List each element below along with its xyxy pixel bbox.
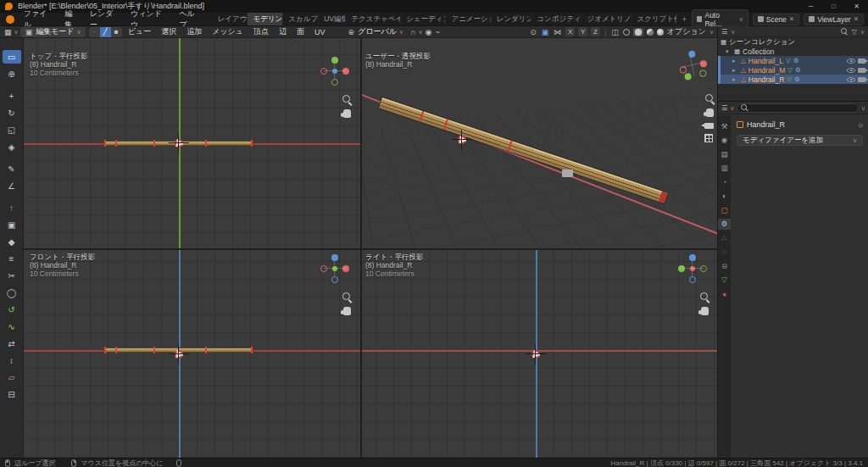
axis-y-neg[interactable] <box>700 265 707 272</box>
search-icon[interactable] <box>841 28 849 36</box>
viewport-user[interactable]: ユーザー・透視投影 (8) Handrail_R <box>362 38 717 248</box>
tab-particles[interactable]: ∴ <box>718 232 731 243</box>
axis-x-pos[interactable] <box>342 265 349 272</box>
tool-rip-region[interactable]: ⊟ <box>3 387 21 401</box>
shading-material-icon[interactable] <box>647 29 654 36</box>
workspace-tab-uv[interactable]: UV編集 <box>319 13 346 25</box>
tool-spin[interactable]: ↺ <box>3 303 21 316</box>
unlink-scene-icon[interactable]: ✕ <box>789 15 794 23</box>
tool-rotate[interactable]: ↻ <box>3 106 21 120</box>
menu-edge[interactable]: 辺 <box>275 26 291 37</box>
menu-help[interactable]: ヘルプ <box>174 13 207 25</box>
mirror-y-toggle[interactable]: Y <box>578 27 587 36</box>
tab-constraints[interactable]: ⊝ <box>718 260 731 271</box>
pan-hand-icon[interactable] <box>343 109 351 118</box>
outliner-row-collection[interactable]: ▾ ▦ Collection <box>718 47 868 56</box>
tab-tool[interactable]: ⚒ <box>718 120 731 131</box>
tool-knife[interactable]: ✂ <box>3 269 21 282</box>
tool-inset-faces[interactable]: ▣ <box>3 218 21 231</box>
tool-shrink-fatten[interactable]: ↕ <box>3 353 21 367</box>
axis-z-neg[interactable] <box>689 276 696 283</box>
face-select-button[interactable]: ■ <box>111 27 122 37</box>
workspace-tab-layout[interactable]: レイアウト <box>213 13 248 25</box>
tool-move[interactable]: + <box>3 89 21 103</box>
navigation-gizmo[interactable] <box>320 254 349 283</box>
workspace-tab-rendering[interactable]: レンダリング <box>492 13 532 25</box>
workspace-tab-compositing[interactable]: コンポジティング <box>531 13 581 25</box>
tab-render[interactable]: ◉ <box>718 135 731 146</box>
hide-eye-icon[interactable] <box>847 58 855 64</box>
render-visibility-icon[interactable] <box>858 77 865 82</box>
navigation-gizmo[interactable] <box>678 254 707 283</box>
workspace-tab-modeling[interactable]: モデリング <box>248 13 283 25</box>
shading-solid-active[interactable] <box>633 28 643 36</box>
axis-y[interactable] <box>332 266 337 271</box>
add-workspace-button[interactable]: + <box>677 15 692 24</box>
viewport-top[interactable]: トップ・平行投影 (8) Handrail_R 10 Centimeters <box>24 38 360 248</box>
mirror-icon[interactable]: ⋈ <box>553 28 562 36</box>
orientation-dropdown[interactable]: ⊕ グローバル ∨ <box>342 27 408 37</box>
axis-x-neg[interactable] <box>320 68 327 75</box>
editor-type-icon[interactable]: ▦ <box>3 28 13 36</box>
tab-output[interactable]: ▤ <box>718 148 731 159</box>
properties-search[interactable] <box>737 103 859 113</box>
workspace-tab-animation[interactable]: アニメーション <box>446 13 491 25</box>
render-visibility-icon[interactable] <box>858 68 865 73</box>
axis-z-pos[interactable] <box>688 50 696 58</box>
menu-file[interactable]: ファイル <box>19 13 59 25</box>
expand-arrow-icon[interactable]: ▾ <box>726 48 732 55</box>
unlink-viewlayer-icon[interactable]: ✕ <box>854 15 859 23</box>
expand-arrow-icon[interactable]: ▸ <box>732 58 738 64</box>
workspace-tab-sculpt[interactable]: スカルプト <box>283 13 319 25</box>
menu-uv[interactable]: UV <box>310 28 330 36</box>
add-modifier-button[interactable]: モディファイアーを追加 ∨ <box>737 135 863 146</box>
viewport-right[interactable]: ライト・平行投影 (8) Handrail_R 10 Centimeters <box>362 250 717 458</box>
tool-smooth[interactable]: ∿ <box>3 320 21 333</box>
axis-x-pos[interactable] <box>699 60 707 68</box>
menu-view[interactable]: ビュー <box>124 26 155 37</box>
outliner-row-handrail-m[interactable]: ▸ △ Handrail_M ▽ ⚙ <box>718 65 868 75</box>
expand-arrow-icon[interactable]: ▸ <box>732 76 738 83</box>
axis-z-pos[interactable] <box>331 254 338 261</box>
pan-hand-icon[interactable] <box>701 307 709 315</box>
zoom-icon[interactable] <box>342 95 353 105</box>
xray-toggle-icon[interactable]: ◫ <box>610 28 620 36</box>
tab-modifiers[interactable]: ⚙ <box>718 219 731 230</box>
tool-measure[interactable]: ∠ <box>3 179 21 192</box>
menu-face[interactable]: 面 <box>292 26 309 37</box>
menu-vertex[interactable]: 頂点 <box>249 26 273 37</box>
tab-world[interactable]: ◐ <box>718 191 731 202</box>
tab-object-data[interactable]: ▽ <box>718 275 731 286</box>
tab-material[interactable]: ● <box>718 288 731 299</box>
falloff-curve-icon[interactable]: ~ <box>434 28 440 36</box>
camera-view-icon[interactable] <box>704 123 714 129</box>
axis-z-neg[interactable] <box>331 276 338 283</box>
tab-object[interactable]: ▢ <box>718 204 731 215</box>
tab-view-layer[interactable]: ▥ <box>718 163 731 174</box>
axis-x-neg[interactable] <box>320 265 327 272</box>
gizmo-toggle-icon[interactable]: ⊙ <box>529 28 537 36</box>
viewlayer-selector[interactable]: ViewLayer ✕ <box>804 14 864 25</box>
workspace-tab-texture-paint[interactable]: テクスチャペイント <box>346 13 401 25</box>
outliner-row-handrail-l[interactable]: ▸ △ Handrail_L ▽ ⚙ <box>718 56 868 65</box>
mirror-z-toggle[interactable]: Z <box>591 27 600 36</box>
render-visibility-icon[interactable] <box>858 58 865 64</box>
tab-scene[interactable]: ◔ <box>718 176 731 187</box>
tool-extrude-region[interactable]: ↑ <box>3 201 21 214</box>
outliner-editor-icon[interactable]: ☰ <box>721 28 727 36</box>
menu-window[interactable]: ウィンドウ <box>125 13 174 25</box>
tool-edge-slide[interactable]: ⇄ <box>3 336 21 350</box>
workspace-tab-scripting[interactable]: スクリプト作成 <box>632 13 677 25</box>
menu-add[interactable]: 追加 <box>182 26 206 37</box>
snap-magnet-icon[interactable]: ∩ <box>409 28 416 36</box>
axis-y-pos[interactable] <box>331 57 338 64</box>
menu-render[interactable]: レンダー <box>85 13 125 25</box>
shading-wireframe-icon[interactable] <box>623 29 630 36</box>
scene-selector[interactable]: Scene ✕ <box>753 14 799 25</box>
ortho-toggle-icon[interactable] <box>704 134 713 142</box>
tool-cursor[interactable]: ⊕ <box>3 67 21 81</box>
blender-menu-icon[interactable] <box>6 15 14 24</box>
mirror-x-toggle[interactable]: X <box>565 27 575 36</box>
tool-poly-build[interactable]: ◯ <box>3 286 21 299</box>
tab-physics[interactable]: ◌ <box>718 247 731 258</box>
